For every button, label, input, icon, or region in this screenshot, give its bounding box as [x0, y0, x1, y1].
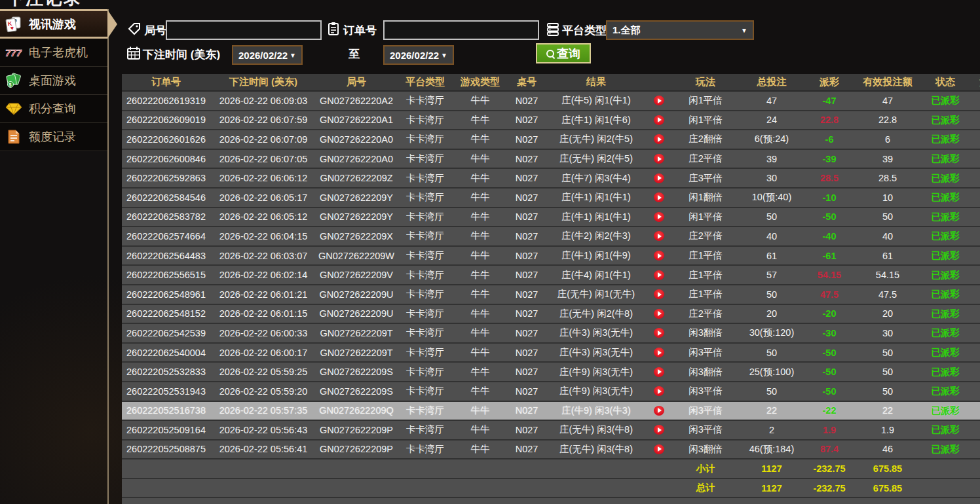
- table-row[interactable]: 2602220525091642026-02-22 05:56:43GN0272…: [122, 421, 980, 441]
- cell-play-type: 庄2平倍: [673, 227, 738, 245]
- table-row[interactable]: 2602220625928632026-02-22 06:06:12GN0272…: [122, 169, 980, 189]
- table-row[interactable]: 2602220625746642026-02-22 06:04:15GN0272…: [122, 227, 980, 247]
- cell-status: 已派彩: [922, 227, 969, 245]
- cell-game-type: 牛牛: [454, 92, 506, 110]
- play-video-button[interactable]: [654, 348, 664, 357]
- cell-payout: -30: [805, 324, 854, 342]
- cell-valid-bet: 46: [854, 441, 922, 459]
- cell-payout: 54.15: [805, 266, 854, 284]
- cell-result: 庄(牛2) 闲2(牛3): [547, 227, 645, 245]
- play-video-button[interactable]: [654, 444, 664, 454]
- cell-payout: -232.75: [805, 459, 854, 478]
- cell-bet-time: 2026-02-22 06:01:15: [210, 305, 316, 323]
- column-header-order-number: 订单号: [122, 74, 210, 90]
- column-header-result: 结果: [547, 74, 645, 90]
- table-row[interactable]: 2602220625845462026-02-22 06:05:17GN0272…: [122, 189, 980, 208]
- round-number-input[interactable]: [166, 20, 322, 40]
- cell-table-number: N027: [506, 382, 547, 401]
- column-header-play-button: [645, 74, 673, 90]
- play-video-button[interactable]: [654, 173, 664, 183]
- table-row[interactable]: 2602220525167382026-02-22 05:57:35GN0272…: [122, 402, 980, 422]
- table-row[interactable]: 2602220626008462026-02-22 06:07:05GN0272…: [122, 150, 980, 170]
- table-row[interactable]: 2602220625425392026-02-22 06:00:33GN0272…: [122, 324, 980, 344]
- play-video-button[interactable]: [654, 231, 664, 241]
- table-row[interactable]: 2602220625489612026-02-22 06:01:21GN0272…: [122, 285, 980, 305]
- cell-status: 已派彩: [922, 208, 969, 226]
- sidebar-item-slots[interactable]: 777 电子老虎机: [0, 39, 107, 67]
- cell-round-number: GN0272622209S: [316, 382, 396, 401]
- cell-round-number: GN0272622209T: [316, 324, 396, 342]
- date-to-select[interactable]: 2026/02/22 ▼: [383, 45, 454, 65]
- bet-records-table: 订单号下注时间 (美东)局号平台类型游戏类型桌号结果玩法总投注派彩有效投注额状态…: [122, 74, 980, 504]
- play-video-button[interactable]: [654, 134, 664, 144]
- column-header-extra: 游戏: [969, 74, 980, 90]
- cell-order-number: 260222062619319: [122, 92, 210, 110]
- cell-payout: -39: [805, 150, 854, 168]
- cell-platform-type: [396, 479, 454, 497]
- cell-result: 庄(无牛) 闲3(牛8): [547, 441, 645, 459]
- points-diamond-icon: [5, 100, 22, 117]
- cell-payout: 22.8: [805, 111, 854, 130]
- play-video-button[interactable]: [654, 154, 664, 164]
- table-row[interactable]: 2602220525088752026-02-22 05:56:41GN0272…: [122, 441, 980, 460]
- cell-valid-bet: 61: [854, 247, 922, 265]
- date-from-select[interactable]: 2026/02/22 ▼: [232, 45, 303, 65]
- play-video-button[interactable]: [654, 289, 664, 299]
- cell-valid-bet: 39: [854, 150, 922, 168]
- sidebar-item-points[interactable]: 积分查询: [0, 95, 107, 123]
- play-video-button[interactable]: [654, 425, 664, 435]
- cell-round-number: GN027262220A2: [316, 92, 396, 110]
- play-video-button[interactable]: [654, 192, 664, 202]
- sidebar-item-quota[interactable]: 额度记录: [0, 123, 107, 151]
- table-row[interactable]: 2602220626090192026-02-22 06:07:59GN0272…: [122, 111, 980, 131]
- cell-bet-time: 2026-02-22 06:02:14: [210, 266, 316, 284]
- table-row[interactable]: 2602220626016262026-02-22 06:07:09GN0272…: [122, 130, 980, 150]
- cell-round-number: GN027262220A1: [316, 111, 396, 130]
- play-video-button[interactable]: [654, 212, 664, 222]
- table-row[interactable]: 2602220625565152026-02-22 06:02:14GN0272…: [122, 266, 980, 285]
- cell-extra: [969, 208, 980, 226]
- cell-total-bet: 57: [738, 266, 805, 284]
- platform-type-select[interactable]: 1.全部 ▼: [606, 20, 754, 40]
- play-video-button[interactable]: [654, 115, 664, 125]
- play-video-button[interactable]: [654, 270, 664, 280]
- table-row[interactable]: 2602220625481522026-02-22 06:01:15GN0272…: [122, 305, 980, 325]
- table-row[interactable]: 2602220525328332026-02-22 05:59:25GN0272…: [122, 363, 980, 382]
- cell-total-bet: 25(预:100): [738, 363, 805, 381]
- play-video-button[interactable]: [654, 328, 664, 338]
- cell-bet-time: 2026-02-22 06:07:59: [210, 111, 316, 130]
- play-video-button[interactable]: [654, 96, 664, 105]
- table-row[interactable]: 2602220525319432026-02-22 05:59:20GN0272…: [122, 382, 980, 402]
- play-video-button[interactable]: [654, 309, 664, 319]
- cell-play-button: [645, 150, 673, 168]
- play-video-button[interactable]: [654, 406, 664, 416]
- order-number-input[interactable]: [383, 20, 539, 40]
- table-row[interactable]: 2602220625644832026-02-22 06:03:07GN0272…: [122, 247, 980, 266]
- cell-extra: [969, 227, 980, 245]
- sidebar-item-table-games[interactable]: $ 桌面游戏: [0, 67, 107, 95]
- cell-extra: [969, 363, 980, 381]
- cell-table-number: N027: [506, 266, 547, 284]
- play-video-button[interactable]: [654, 367, 664, 377]
- play-video-button[interactable]: [654, 386, 664, 396]
- quota-document-icon: [5, 128, 22, 145]
- table-row[interactable]: 2602220625400042026-02-22 06:00:17GN0272…: [122, 344, 980, 363]
- table-row[interactable]: 2602220626193192026-02-22 06:09:03GN0272…: [122, 92, 980, 111]
- cell-bet-time: 2026-02-22 06:07:09: [210, 130, 316, 149]
- chevron-down-icon: ▼: [441, 52, 447, 59]
- cell-round-number: GN0272622209W: [316, 247, 396, 265]
- query-button[interactable]: 查询: [536, 43, 591, 63]
- cell-play-button: [645, 92, 673, 110]
- cell-play-button: [645, 479, 673, 497]
- chevron-down-icon: ▼: [741, 27, 747, 34]
- sidebar-item-video-games[interactable]: 9 K ♥ 视讯游戏: [0, 9, 107, 39]
- table-row[interactable]: 2602220625837822026-02-22 06:05:12GN0272…: [122, 208, 980, 228]
- cell-payout: -50: [805, 382, 854, 401]
- cell-bet-time: 2026-02-22 06:05:12: [210, 208, 316, 226]
- cell-play-button: [645, 227, 673, 245]
- cell-payout: -47: [805, 92, 854, 110]
- cell-extra: [969, 285, 980, 304]
- cell-order-number: 260222062564483: [122, 247, 210, 265]
- play-video-button[interactable]: [654, 251, 664, 261]
- cell-valid-bet: 675.85: [854, 479, 922, 497]
